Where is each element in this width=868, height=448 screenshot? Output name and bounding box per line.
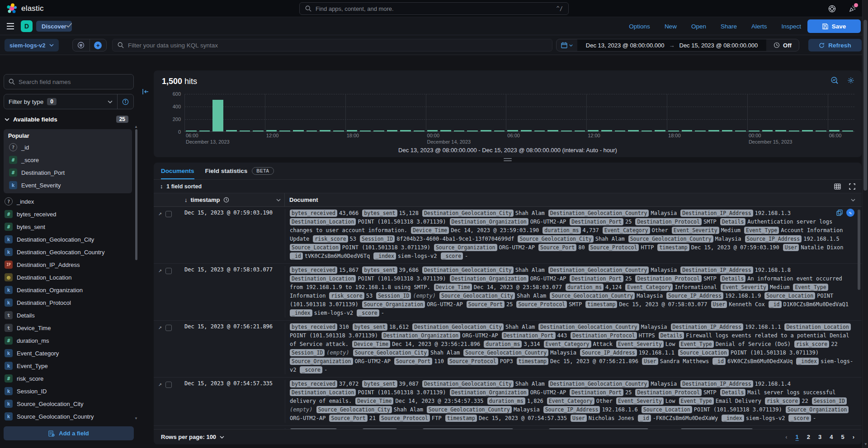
histogram-bar[interactable] [816, 131, 826, 131]
histogram-bar[interactable] [642, 131, 652, 131]
histogram-bar[interactable] [575, 131, 585, 131]
tab-documents[interactable]: Documents [161, 163, 194, 179]
add-filter-icon[interactable]: + [90, 39, 107, 51]
histogram-bar[interactable] [266, 130, 277, 131]
histogram-bar[interactable] [212, 100, 223, 131]
histogram-bar[interactable] [615, 131, 626, 131]
collapse-sidebar-icon[interactable] [142, 89, 149, 95]
histogram-plot[interactable]: 600400200006:00December 13, 202312:0018:… [184, 94, 854, 132]
document-column-header[interactable]: Document [285, 196, 862, 203]
histogram-bar[interactable] [454, 131, 465, 131]
sorted-fields-button[interactable]: 1 field sorted [166, 183, 202, 190]
histogram-bar[interactable] [494, 131, 505, 131]
nav-link-share[interactable]: Share [721, 23, 737, 30]
nav-link-inspect[interactable]: Inspect [781, 23, 801, 30]
histogram-bar[interactable] [467, 131, 478, 131]
histogram-bar[interactable] [360, 131, 371, 131]
saved-query-menu-icon[interactable] [73, 39, 90, 51]
histogram-bar[interactable] [722, 130, 733, 131]
copy-cell-icon[interactable] [836, 210, 843, 216]
histogram-bar[interactable] [547, 130, 558, 131]
histogram-bar[interactable] [253, 131, 264, 131]
nav-link-new[interactable]: New [665, 23, 677, 30]
chart-settings-gear-icon[interactable] [847, 77, 854, 84]
refresh-button[interactable]: Refresh [808, 39, 862, 51]
histogram-bar[interactable] [293, 130, 304, 131]
sidebar-field-Details[interactable]: tDetails [0, 309, 136, 322]
filter-by-type-button[interactable]: Filter by type 0 [4, 98, 117, 105]
sidebar-field-_score[interactable]: #_score [5, 154, 131, 166]
grid-options-chevron-icon[interactable] [851, 199, 855, 201]
histogram-bar[interactable] [240, 131, 250, 131]
save-button[interactable]: Save [807, 19, 861, 33]
scroll-up-arrow[interactable]: ▲ [134, 125, 138, 129]
resize-handle[interactable] [504, 158, 512, 163]
sidebar-field-_id[interactable]: ?_id [5, 141, 131, 154]
display-options-grid-icon[interactable] [834, 183, 841, 190]
scroll-down-arrow[interactable]: ▼ [864, 442, 868, 446]
histogram-bar[interactable] [628, 130, 639, 131]
row-checkbox[interactable] [165, 382, 172, 388]
histogram-bar[interactable] [655, 130, 665, 131]
histogram-bar[interactable] [521, 130, 532, 131]
histogram-bar[interactable] [414, 131, 425, 131]
table-row[interactable]: ↗Dec 15, 2023 @ 07:58:03.077bytes_receiv… [154, 264, 862, 321]
sidebar-field-Destination_Protocol[interactable]: kDestination_Protocol [0, 296, 136, 309]
sidebar-field-Event_Category[interactable]: kEvent_Category [0, 347, 136, 359]
histogram-bar[interactable] [279, 131, 290, 131]
page-button-5[interactable]: 5 [841, 434, 844, 440]
histogram-bar[interactable] [588, 130, 599, 131]
next-page-button[interactable]: › [853, 434, 854, 440]
histogram-bar[interactable] [481, 130, 491, 131]
row-checkbox[interactable] [165, 268, 172, 274]
histogram-bar[interactable] [534, 131, 545, 131]
expand-document-icon[interactable]: ↗ [158, 381, 162, 387]
grid-scrollbar[interactable] [858, 210, 860, 290]
sidebar-field-Event_Type[interactable]: kEvent_Type [0, 359, 136, 372]
sidebar-field-Session_ID[interactable]: kSession_ID [0, 385, 136, 397]
histogram-bar[interactable] [789, 131, 800, 131]
auto-refresh-toggle[interactable]: Off [766, 42, 799, 49]
column-menu-chevron-icon[interactable] [276, 199, 281, 201]
histogram-bar[interactable] [682, 130, 693, 131]
field-info-button[interactable] [117, 94, 133, 109]
page-button-4[interactable]: 4 [830, 434, 833, 440]
histogram-bars[interactable] [184, 94, 854, 131]
histogram-bar[interactable] [387, 130, 398, 131]
histogram-bar[interactable] [775, 130, 786, 131]
nav-link-alerts[interactable]: Alerts [751, 23, 767, 30]
table-row[interactable]: ↗Dec 15, 2023 @ 07:56:21.896bytes_receiv… [154, 321, 862, 378]
calendar-button[interactable] [557, 42, 577, 48]
expand-document-icon[interactable]: ↗ [158, 267, 162, 274]
table-row[interactable]: ↗Dec 15, 2023 @ 07:54:57.335bytes_receiv… [154, 378, 862, 426]
histogram-bar[interactable] [802, 130, 813, 131]
window-scrollbar[interactable]: ▼ [862, 0, 868, 448]
elastic-logo[interactable]: elastic [0, 3, 44, 14]
expand-document-icon[interactable]: ↗ [158, 324, 162, 331]
histogram-bar[interactable] [307, 131, 317, 131]
scrollbar-thumb[interactable] [863, 20, 867, 191]
prev-page-button[interactable]: ‹ [785, 434, 787, 440]
sidebar-field-Destination_Port[interactable]: #Destination_Port [5, 166, 131, 179]
histogram-bar[interactable] [199, 131, 210, 131]
nav-link-open[interactable]: Open [691, 23, 706, 30]
histogram-bar[interactable] [668, 131, 679, 131]
histogram-bar[interactable] [695, 131, 706, 131]
menu-icon[interactable] [6, 23, 14, 30]
sidebar-field-Destination_Geolocation_Country[interactable]: kDestination_Geolocation_Country [0, 246, 136, 258]
fullscreen-icon[interactable] [849, 183, 855, 190]
histogram-bar[interactable] [226, 130, 237, 131]
sidebar-field-Destination_Organization[interactable]: kDestination_Organization [0, 284, 136, 296]
date-range-field[interactable]: Dec 13, 2023 @ 08:00:00.000 → Dec 15, 20… [577, 39, 766, 51]
histogram-bar[interactable] [507, 130, 518, 131]
sidebar-field-Source_Geolocation_Country[interactable]: kSource_Geolocation_Country [0, 410, 136, 421]
add-field-button[interactable]: Add a field [4, 426, 134, 440]
row-checkbox[interactable] [165, 325, 172, 331]
expand-document-icon[interactable]: ↗ [158, 210, 162, 217]
histogram-bar[interactable] [400, 130, 411, 131]
histogram-bar[interactable] [186, 131, 197, 131]
table-row[interactable]: ↗Dec 15, 2023 @ 07:59:03.190bytes_receiv… [154, 207, 862, 264]
histogram-bar[interactable] [440, 130, 451, 131]
row-checkbox[interactable] [165, 211, 172, 217]
available-fields-header[interactable]: Available fields 25 [5, 116, 134, 123]
